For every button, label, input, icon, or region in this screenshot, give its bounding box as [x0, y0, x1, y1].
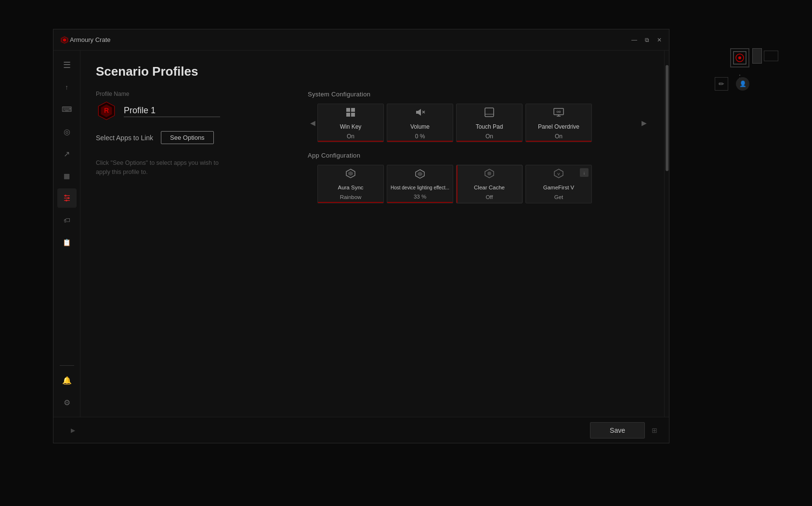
aura-sync-title: Aura Sync	[338, 184, 363, 191]
panel-overdrive-card[interactable]: OD Panel Overdrive On	[525, 104, 592, 142]
touchpad-card[interactable]: Touch Pad On	[456, 104, 523, 142]
profile-header: R	[96, 100, 279, 121]
svg-point-6	[67, 197, 69, 199]
svg-point-8	[65, 200, 67, 201]
scrollbar-track[interactable]	[664, 51, 669, 417]
select-apps-label: Select Apps to Link	[96, 134, 153, 142]
sidebar-item-aura[interactable]: ◎	[57, 122, 77, 141]
view-toggle	[752, 48, 778, 64]
sidebar-item-home[interactable]: ↑	[57, 78, 77, 97]
main-layout: ☰ ↑ ⌨ ◎ ↗ ▦ 🏷 📋 🔔 ⚙	[53, 51, 669, 417]
system-config-prev-arrow[interactable]: ◀	[308, 108, 317, 137]
touchpad-value: On	[485, 133, 493, 140]
page-title: Scenario Profiles	[96, 64, 649, 79]
app-logo	[59, 35, 70, 45]
action-icons: ✏ 👤	[715, 77, 749, 91]
system-config-cards: Win Key On	[317, 104, 639, 142]
sidebar-item-settings[interactable]: ⚙	[57, 393, 77, 412]
sidebar-item-scenario[interactable]	[57, 188, 77, 208]
content-area: Scenario Profiles Profile Name R	[80, 51, 664, 417]
panel-overdrive-title: Panel Overdrive	[538, 123, 579, 130]
host-device-icon	[415, 169, 425, 182]
svg-rect-12	[346, 108, 350, 112]
volume-card[interactable]: Volume 0 %	[387, 104, 453, 142]
system-config-row: ◀	[308, 104, 649, 142]
gamefirst-card[interactable]: ↓ V GameFirst V Get	[525, 165, 592, 203]
gamefirst-title: GameFirst V	[543, 184, 575, 191]
panel-overdrive-icon: OD	[553, 107, 564, 120]
sidebar-item-news[interactable]: 📋	[57, 233, 77, 252]
rog-frame-icon[interactable]	[730, 48, 749, 67]
profile-name-input[interactable]	[124, 105, 220, 117]
mute-icon	[414, 107, 426, 118]
windows-icon	[345, 107, 356, 118]
title-bar: Armoury Crate — ⧉ ✕	[53, 29, 669, 51]
select-apps-row: Select Apps to Link See Options	[96, 131, 279, 144]
svg-rect-14	[346, 113, 350, 117]
win-key-icon	[345, 107, 356, 120]
footer-expand-icon[interactable]: ⊞	[652, 426, 657, 434]
win-key-title: Win Key	[340, 123, 362, 130]
panel-overdrive-value: On	[555, 133, 563, 140]
svg-text:OD: OD	[557, 110, 562, 113]
volume-title: Volume	[410, 123, 430, 130]
app-config-title: App Configuration	[308, 152, 649, 159]
footer-status: ▶	[65, 427, 75, 434]
display-icon: OD	[553, 107, 564, 118]
app-title: Armoury Crate	[70, 36, 111, 43]
sidebar-divider	[60, 365, 74, 366]
gamefirst-icon: V	[553, 168, 564, 181]
profile-section: Profile Name R Select Apps to Link See O…	[96, 91, 649, 213]
see-options-button[interactable]: See Options	[161, 131, 214, 144]
cache-icon	[484, 168, 495, 179]
sliders-icon	[62, 193, 72, 203]
svg-point-4	[65, 195, 66, 197]
edit-icon[interactable]: ✏	[715, 77, 728, 91]
sidebar: ☰ ↑ ⌨ ◎ ↗ ▦ 🏷 📋 🔔 ⚙	[53, 51, 80, 417]
user-icon[interactable]: 👤	[736, 77, 749, 91]
rog-frame-svg	[733, 51, 747, 65]
win-key-value: On	[347, 133, 354, 140]
profile-left: Profile Name R Select Apps to Link See O…	[96, 91, 279, 213]
sidebar-item-tag[interactable]: 🏷	[57, 211, 77, 230]
maximize-button[interactable]: ⧉	[643, 36, 651, 44]
right-panel: System Configuration ◀	[308, 91, 649, 213]
sidebar-item-performance[interactable]: ↗	[57, 144, 77, 163]
sidebar-item-library[interactable]: ▦	[57, 166, 77, 186]
volume-icon	[414, 107, 426, 120]
svg-text:R: R	[104, 107, 109, 114]
clear-cache-value: Off	[485, 194, 493, 200]
svg-rect-15	[351, 113, 355, 117]
aura-sync-value: Rainbow	[340, 194, 362, 200]
lighting-icon	[415, 169, 425, 179]
host-device-card[interactable]: Host device lighting effect... 33 %	[387, 165, 453, 203]
minimize-button[interactable]: —	[630, 36, 638, 44]
gamefirst-badge: ↓	[580, 168, 589, 177]
save-button[interactable]: Save	[590, 422, 645, 439]
gamefirst-svg-icon: V	[553, 168, 564, 179]
scrollbar-thumb[interactable]	[666, 65, 668, 171]
clear-cache-title: Clear Cache	[474, 184, 505, 191]
app-window: Armoury Crate — ⧉ ✕ ☰ ↑ ⌨ ◎ ↗ ▦	[53, 29, 669, 443]
device-landscape-icon[interactable]	[764, 51, 778, 61]
clear-cache-icon	[484, 168, 495, 181]
sidebar-item-notifications[interactable]: 🔔	[57, 371, 77, 390]
device-view-controls	[752, 48, 778, 64]
device-portrait-icon[interactable]	[752, 48, 762, 64]
profile-name-label: Profile Name	[96, 91, 279, 97]
svg-point-30	[487, 172, 491, 175]
footer: ▶ Save ⊞	[53, 417, 669, 443]
sidebar-item-menu[interactable]: ☰	[57, 55, 77, 75]
svg-point-35	[738, 56, 741, 59]
clear-cache-card[interactable]: Clear Cache Off	[456, 165, 523, 203]
close-button[interactable]: ✕	[655, 36, 663, 44]
select-apps-hint: Click "See Options" to select apps you w…	[96, 159, 279, 177]
host-device-title: Host device lighting effect...	[389, 185, 451, 191]
aura-sync-card[interactable]: Aura Sync Rainbow	[317, 165, 384, 203]
win-key-card[interactable]: Win Key On	[317, 104, 384, 142]
system-config-next-arrow[interactable]: ▶	[639, 108, 649, 137]
sidebar-item-keyboard[interactable]: ⌨	[57, 100, 77, 119]
svg-rect-13	[351, 108, 355, 112]
profile-logo: R	[96, 100, 117, 121]
volume-value: 0 %	[415, 133, 425, 140]
